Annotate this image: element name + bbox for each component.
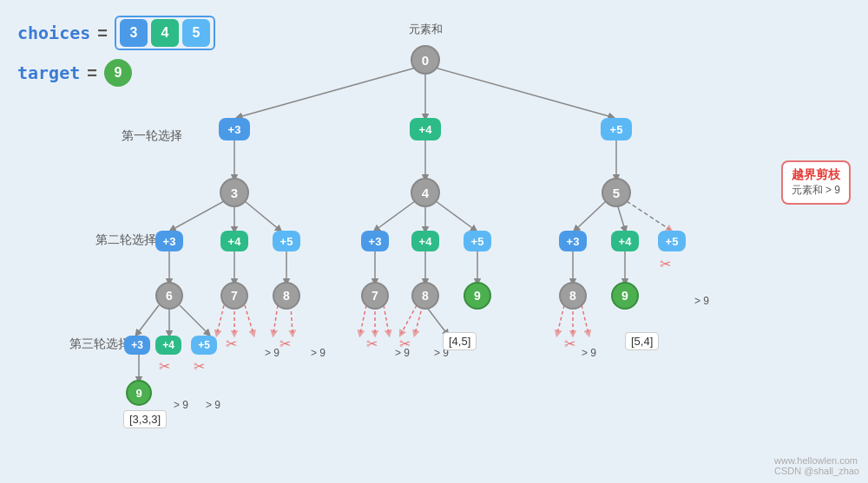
target-circle: 9 bbox=[104, 59, 132, 87]
svg-line-27 bbox=[217, 305, 224, 334]
svg-line-37 bbox=[415, 305, 423, 334]
btn-l1-4: +4 bbox=[410, 118, 441, 140]
node-8b: 8 bbox=[411, 282, 439, 310]
btn-l3-6-3: +3 bbox=[124, 336, 150, 355]
legend: choices = 3 4 5 target = 9 bbox=[17, 16, 215, 95]
scissors-l2-5: ✂ bbox=[660, 256, 671, 272]
btn-l3-6-5: +5 bbox=[191, 336, 217, 355]
result-45: [4,5] bbox=[443, 332, 477, 350]
prune-title: 越界剪枝 bbox=[792, 167, 840, 183]
scissors-4: ✂ bbox=[279, 336, 291, 352]
svg-line-31 bbox=[291, 305, 293, 334]
choice-3: 3 bbox=[120, 19, 148, 47]
svg-line-30 bbox=[273, 305, 278, 334]
node-8a: 8 bbox=[273, 282, 300, 310]
choices-label: choices bbox=[17, 23, 90, 43]
result-333: [3,3,3] bbox=[123, 410, 167, 428]
btn-l2-3-4: +4 bbox=[220, 231, 248, 251]
result-54: [5,4] bbox=[625, 332, 659, 350]
prune-subtitle: 元素和 > 9 bbox=[792, 183, 840, 198]
svg-line-35 bbox=[425, 305, 447, 334]
node-3: 3 bbox=[220, 178, 249, 207]
prune-callout: 越界剪枝 元素和 > 9 bbox=[781, 160, 851, 205]
scissors-5: ✂ bbox=[366, 336, 378, 352]
choices-eq: = bbox=[97, 23, 108, 43]
svg-line-40 bbox=[582, 305, 589, 334]
target-row: target = 9 bbox=[17, 59, 215, 87]
btn-l2-4-5: +5 bbox=[464, 231, 491, 251]
svg-line-36 bbox=[401, 305, 417, 334]
svg-line-12 bbox=[575, 201, 606, 230]
btn-l2-5-4: +4 bbox=[611, 231, 639, 251]
svg-line-38 bbox=[557, 305, 564, 334]
gt9-7b: > 9 bbox=[395, 347, 410, 359]
gt9-9-4: > 9 bbox=[174, 399, 188, 411]
choices-border: 3 4 5 bbox=[115, 16, 215, 50]
svg-line-14 bbox=[627, 201, 670, 230]
gt9-8c: > 9 bbox=[582, 347, 596, 359]
svg-line-0 bbox=[239, 65, 425, 117]
scissors-2: ✂ bbox=[194, 358, 205, 375]
svg-line-9 bbox=[376, 201, 415, 230]
node-7a: 7 bbox=[220, 282, 248, 310]
choice-5: 5 bbox=[182, 19, 210, 47]
btn-l1-5: +5 bbox=[601, 118, 632, 140]
btn-l2-3-5: +5 bbox=[273, 231, 300, 251]
gt9-7a: > 9 bbox=[265, 347, 279, 359]
svg-line-2 bbox=[425, 65, 612, 117]
round3-label: 第三轮选择 bbox=[69, 336, 130, 352]
node-8c: 8 bbox=[559, 282, 587, 310]
target-eq: = bbox=[87, 63, 97, 83]
gt9-8a: > 9 bbox=[311, 347, 326, 359]
btn-l2-5-3: +3 bbox=[559, 231, 587, 251]
scissors-7: ✂ bbox=[564, 336, 575, 352]
svg-line-32 bbox=[360, 305, 366, 334]
gt9-5p5: > 9 bbox=[694, 295, 709, 307]
svg-line-23 bbox=[137, 305, 159, 334]
node-9c: 9 bbox=[611, 282, 639, 310]
svg-line-6 bbox=[172, 201, 224, 230]
watermark: www.hellowlen.com CSDN @shall_zhao bbox=[774, 455, 859, 476]
btn-l2-3-3: +3 bbox=[155, 231, 183, 251]
choice-4: 4 bbox=[151, 19, 179, 47]
main-container: choices = 3 4 5 target = 9 第一轮选择 第二轮选择 第… bbox=[0, 0, 868, 483]
btn-l2-4-3: +3 bbox=[361, 231, 389, 251]
target-label: target bbox=[17, 62, 80, 83]
choices-row: choices = 3 4 5 bbox=[17, 16, 215, 50]
node-7b: 7 bbox=[361, 282, 389, 310]
btn-l2-5-5: +5 bbox=[658, 231, 686, 251]
node-5: 5 bbox=[602, 178, 631, 207]
node-9b: 9 bbox=[464, 282, 491, 310]
root-label: 元素和 bbox=[395, 22, 456, 37]
btn-l2-4-4: +4 bbox=[411, 231, 439, 251]
node-6: 6 bbox=[155, 282, 183, 310]
round1-label: 第一轮选择 bbox=[122, 128, 182, 144]
gt9-9-5: > 9 bbox=[206, 399, 220, 411]
btn-l1-3: +3 bbox=[219, 118, 250, 140]
svg-line-8 bbox=[245, 201, 279, 230]
svg-line-29 bbox=[245, 305, 253, 334]
svg-line-11 bbox=[436, 201, 475, 230]
round2-label: 第二轮选择 bbox=[95, 232, 156, 248]
root-node: 0 bbox=[411, 45, 440, 75]
node-9-result: 9 bbox=[126, 380, 152, 406]
scissors-1: ✂ bbox=[159, 358, 170, 375]
svg-line-25 bbox=[180, 305, 208, 334]
scissors-3: ✂ bbox=[226, 336, 237, 352]
btn-l3-6-4: +4 bbox=[155, 336, 181, 355]
node-4: 4 bbox=[411, 178, 440, 207]
svg-line-34 bbox=[384, 305, 389, 334]
